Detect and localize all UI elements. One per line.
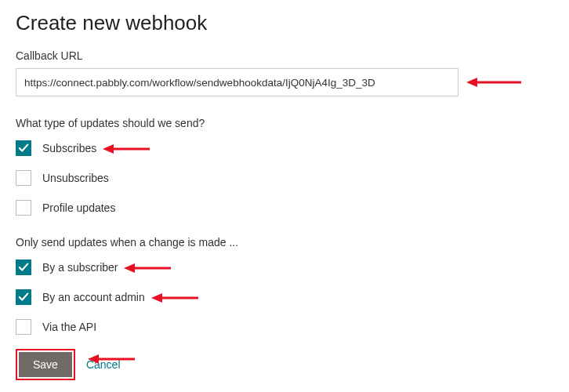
checkbox-by-subscriber-label: By a subscriber [42, 261, 118, 274]
checkbox-via-api[interactable] [16, 319, 31, 335]
checkbox-via-api-label: Via the API [42, 321, 96, 333]
checkbox-by-admin-row: By an account admin [16, 289, 553, 305]
annotation-arrow [103, 143, 150, 154]
svg-marker-7 [151, 293, 162, 303]
checkbox-by-subscriber-row: By a subscriber [16, 260, 553, 275]
checkbox-unsubscribes-label: Unsubscribes [42, 172, 109, 184]
page-title: Create new webhook [16, 11, 553, 35]
save-highlight-box: Save [16, 349, 75, 380]
save-button[interactable]: Save [19, 352, 72, 377]
checkbox-profile-updates-label: Profile updates [42, 201, 115, 214]
checkbox-unsubscribes-row: Unsubscribes [16, 170, 553, 186]
annotation-arrow [466, 77, 521, 88]
checkbox-by-admin[interactable] [16, 289, 31, 305]
checkbox-by-subscriber[interactable] [16, 260, 31, 275]
checkbox-subscribes[interactable] [16, 140, 31, 156]
change-question: Only send updates when a change is made … [16, 236, 553, 249]
checkbox-subscribes-row: Subscribes [16, 140, 553, 156]
annotation-arrow [124, 263, 171, 274]
callback-url-input[interactable] [16, 68, 458, 96]
svg-marker-1 [466, 78, 477, 87]
callback-url-label: Callback URL [16, 49, 553, 62]
updates-question: What type of updates should we send? [16, 117, 553, 129]
checkbox-profile-updates-row: Profile updates [16, 200, 553, 216]
checkbox-unsubscribes[interactable] [16, 170, 31, 186]
checkbox-profile-updates[interactable] [16, 200, 31, 216]
checkbox-by-admin-label: By an account admin [42, 291, 145, 303]
svg-marker-5 [124, 263, 135, 273]
cancel-link[interactable]: Cancel [86, 358, 121, 371]
checkbox-via-api-row: Via the API [16, 319, 553, 335]
svg-marker-3 [103, 144, 114, 154]
checkbox-subscribes-label: Subscribes [42, 142, 96, 154]
annotation-arrow [151, 292, 198, 303]
